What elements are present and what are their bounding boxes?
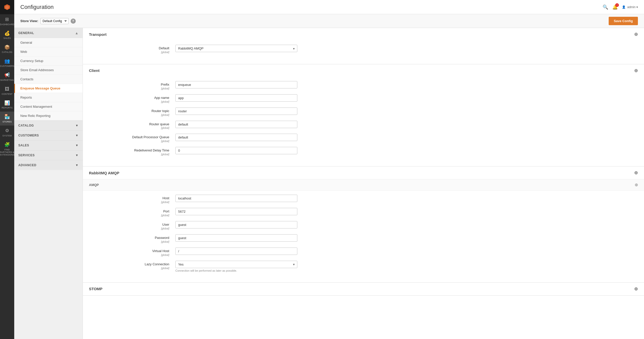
rabbitmq-section-header[interactable]: RabbitMQ AMQP ⊕ [83, 166, 644, 179]
amqp-lazy-connection-select[interactable]: YesNo [175, 261, 297, 268]
extensions-icon: 🧩 [4, 142, 10, 148]
client-default-processor-queue-input[interactable] [175, 134, 297, 141]
sidebar-item-label: REPORTS [2, 106, 12, 109]
store-view-select[interactable]: Default Config [40, 18, 69, 24]
amqp-sub-section-header[interactable]: AMQP ⊕ [83, 179, 644, 191]
amqp-virtual-host-input[interactable] [175, 248, 297, 255]
general-section-header[interactable]: GENERAL ▲ [14, 28, 83, 38]
client-router-queue-row: Router queue [global] [89, 121, 638, 130]
header-actions: 🔍 🔔 4 👤 admin ▾ [603, 4, 638, 10]
catalog-chevron-icon: ▼ [75, 124, 79, 127]
transport-default-select[interactable]: RabbitMQ AMQP DB None [175, 45, 297, 52]
notification-count: 4 [615, 3, 619, 7]
stomp-section-header[interactable]: STOMP ⊕ [83, 283, 644, 295]
sales-chevron-icon: ▼ [75, 144, 79, 147]
marketing-icon: 📢 [4, 72, 10, 78]
sidebar-item-label: CATALOG [2, 51, 12, 53]
amqp-password-input[interactable] [175, 234, 297, 242]
logo[interactable] [0, 0, 14, 14]
catalog-section-header[interactable]: CATALOG ▼ [14, 120, 83, 130]
general-section-items: GeneralWebCurrency SetupStore Email Addr… [14, 38, 83, 120]
sidebar-item-marketing[interactable]: 📢 MARKETING [0, 70, 14, 84]
search-icon[interactable]: 🔍 [603, 4, 608, 10]
client-app-name-row: App name [global] [89, 94, 638, 103]
amqp-port-input[interactable] [175, 208, 297, 215]
content-icon: 🖼 [5, 86, 9, 92]
sidebar-item-content[interactable]: 🖼 CONTENT [0, 84, 14, 98]
dashboard-icon: ⊞ [5, 17, 9, 22]
client-redelivered-delay-time-input[interactable] [175, 147, 297, 154]
sidebar-item-reports[interactable]: 📊 REPORTS [0, 98, 14, 112]
user-icon: 👤 [622, 5, 626, 9]
amqp-user-input[interactable] [175, 221, 297, 228]
client-app-name-label: App name [global] [89, 94, 175, 103]
amqp-user-label: User [global] [89, 221, 175, 230]
store-view-label: Store View: [20, 19, 38, 23]
client-app-name-input[interactable] [175, 94, 297, 102]
amqp-port-row: Port [global] [89, 208, 638, 217]
transport-section: Transport ⊕ Default [global] RabbitMQ AM… [83, 28, 644, 64]
admin-user-menu[interactable]: 👤 admin ▾ [622, 5, 638, 9]
client-default-processor-queue-label: Default Processor Queue [global] [89, 134, 175, 143]
sidebar-item-label: MARKETING [0, 79, 14, 81]
amqp-section-body: Host [global] Port [global] User [global… [83, 191, 644, 282]
transport-section-header[interactable]: Transport ⊕ [83, 28, 644, 41]
nav-item-currency-setup[interactable]: Currency Setup [14, 56, 83, 66]
client-router-topic-input[interactable] [175, 107, 297, 115]
help-icon[interactable]: ? [71, 19, 76, 24]
services-section-header[interactable]: SERVICES ▼ [14, 150, 83, 160]
system-icon: ⚙ [5, 128, 9, 134]
client-prefix-input[interactable] [175, 81, 297, 88]
sidebar-item-label: SALES [4, 37, 11, 39]
admin-label: admin ▾ [627, 5, 638, 9]
customers-section-header[interactable]: CUSTOMERS ▼ [14, 130, 83, 140]
sidebar-item-customers[interactable]: 👥 CUSTOMERS [0, 56, 14, 70]
sales-section-header[interactable]: SALES ▼ [14, 140, 83, 150]
client-default-processor-queue-row: Default Processor Queue [global] [89, 134, 638, 143]
sidebar-item-catalog[interactable]: 📦 CATALOG [0, 42, 14, 56]
amqp-virtual-host-control [175, 248, 297, 255]
nav-item-general[interactable]: General [14, 38, 83, 47]
amqp-virtual-host-row: Virtual Host [global] [89, 248, 638, 257]
nav-item-store-email[interactable]: Store Email Addresses [14, 66, 83, 75]
amqp-host-input[interactable] [175, 195, 297, 202]
sidebar-item-extensions[interactable]: 🧩 FIND PARTNERS & EXTENSIONS [0, 140, 14, 159]
sidebar-item-stores[interactable]: 🏪 STORES [0, 112, 14, 126]
nav-item-content-management[interactable]: Content Management [14, 102, 83, 111]
nav-item-reports[interactable]: Reports [14, 93, 83, 102]
rabbitmq-section: RabbitMQ AMQP ⊕ AMQP ⊕ Host [global] Por… [83, 166, 644, 282]
sidebar-item-system[interactable]: ⚙ SYSTEM [0, 126, 14, 140]
save-config-button[interactable]: Save Config [609, 17, 638, 25]
top-header: Configuration 🔍 🔔 4 👤 admin ▾ [14, 0, 644, 14]
transport-toggle-icon: ⊕ [634, 32, 638, 37]
sidebar-item-label: DASHBOARD [0, 23, 14, 26]
content-area: GENERAL ▲ GeneralWebCurrency SetupStore … [14, 28, 644, 339]
transport-title: Transport [89, 32, 106, 37]
client-section: Client ⊕ Prefix [global] App name [globa… [83, 64, 644, 166]
amqp-port-control [175, 208, 297, 215]
amqp-password-label: Password [global] [89, 234, 175, 243]
notification-bell[interactable]: 🔔 4 [612, 4, 618, 10]
rabbitmq-toggle-icon: ⊕ [634, 170, 638, 176]
stores-icon: 🏪 [4, 114, 10, 120]
client-redelivered-delay-time-control [175, 147, 297, 154]
catalog-icon: 📦 [4, 45, 10, 50]
nav-item-contacts[interactable]: Contacts [14, 75, 83, 84]
client-section-header[interactable]: Client ⊕ [83, 64, 644, 77]
services-chevron-icon: ▼ [75, 153, 79, 157]
nav-item-new-relic[interactable]: New Relic Reporting [14, 111, 83, 120]
client-title: Client [89, 68, 100, 73]
sidebar-item-dashboard[interactable]: ⊞ DASHBOARD [0, 14, 14, 28]
store-view-selector: Store View: Default Config ? [20, 18, 76, 24]
advanced-section-header[interactable]: ADVANCED ▼ [14, 160, 83, 170]
sidebar-item-label: SYSTEM [3, 134, 12, 137]
nav-item-web[interactable]: Web [14, 47, 83, 56]
transport-default-control: RabbitMQ AMQP DB None [175, 45, 297, 52]
nav-item-enqueue-message-queue[interactable]: Enqueue Message Queue [14, 84, 83, 93]
sidebar-item-sales[interactable]: 💰 SALES [0, 28, 14, 42]
services-section-label: SERVICES [18, 153, 35, 157]
amqp-lazy-connection-control: YesNoConnection will be performed as lat… [175, 261, 297, 272]
client-section-body: Prefix [global] App name [global] Router… [83, 77, 644, 166]
stomp-toggle-icon: ⊕ [634, 286, 638, 292]
client-router-queue-input[interactable] [175, 121, 297, 128]
